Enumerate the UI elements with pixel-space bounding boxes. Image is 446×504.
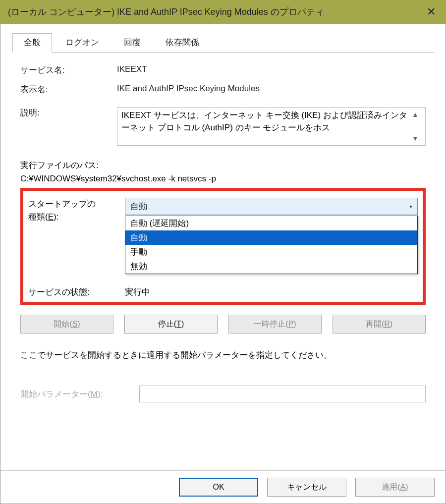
display-name-value: IKE and AuthIP IPsec Keying Modules (117, 84, 426, 95)
chevron-down-icon: ▾ (409, 203, 412, 210)
description-text: IKEEXT サービスは、インターネット キー交換 (IKE) および認証済みイ… (121, 110, 409, 143)
display-name-label: 表示名: (20, 84, 117, 95)
startup-type-combobox[interactable]: 自動 ▾ 自動 (遅延開始) 自動 手動 無効 (125, 198, 418, 223)
titlebar: (ローカル コンピューター) IKE and AuthIP IPsec Keyi… (0, 0, 446, 24)
startup-type-selected: 自動 (130, 201, 147, 212)
ok-button[interactable]: OK (179, 478, 258, 497)
tab-general[interactable]: 全般 (12, 33, 52, 53)
service-status-label: サービスの状態: (28, 286, 125, 298)
exe-path-label: 実行ファイルのパス: (20, 160, 426, 171)
highlight-box: スタートアップの 種類(E): 自動 ▾ 自動 (遅延開始) 自動 手動 無効 (20, 188, 426, 305)
tab-general-body: サービス名: IKEEXT 表示名: IKE and AuthIP IPsec … (11, 53, 435, 411)
description-label: 説明: (20, 107, 117, 146)
dialog-footer: OK キャンセル 適用(A) (0, 470, 446, 504)
service-name-label: サービス名: (20, 64, 117, 76)
service-name-value: IKEEXT (117, 64, 426, 76)
description-box: IKEEXT サービスは、インターネット キー交換 (IKE) および認証済みイ… (117, 107, 426, 146)
window-title: (ローカル コンピューター) IKE and AuthIP IPsec Keyi… (8, 6, 416, 18)
scroll-up-icon[interactable]: ▲ (412, 110, 419, 119)
startup-option-manual[interactable]: 手動 (125, 245, 417, 259)
start-parameters-input[interactable] (139, 386, 426, 402)
dialog-client: 全般 ログオン 回復 依存関係 サービス名: IKEEXT 表示名: IKE a… (0, 24, 446, 504)
exe-path-value: C:¥WINDOWS¥system32¥svchost.exe -k netsv… (20, 174, 426, 184)
start-button[interactable]: 開始(S) (20, 315, 113, 334)
scroll-down-icon[interactable]: ▼ (412, 133, 419, 143)
tab-dependencies[interactable]: 依存関係 (154, 33, 211, 53)
start-parameters-hint: ここでサービスを開始するときに適用する開始パラメーターを指定してください。 (20, 349, 426, 361)
stop-button[interactable]: 停止(T) (124, 315, 218, 334)
tab-strip: 全般 ログオン 回復 依存関係 (12, 33, 435, 53)
startup-type-label: スタートアップの 種類(E): (28, 198, 125, 223)
pause-button[interactable]: 一時停止(P) (228, 315, 322, 334)
tab-logon[interactable]: ログオン (54, 33, 111, 53)
service-status-value: 実行中 (125, 286, 150, 298)
startup-option-disabled[interactable]: 無効 (125, 259, 417, 274)
cancel-button[interactable]: キャンセル (267, 478, 346, 497)
startup-type-dropdown: 自動 (遅延開始) 自動 手動 無効 (125, 216, 418, 274)
tab-recovery[interactable]: 回復 (112, 33, 152, 53)
close-icon[interactable]: ✕ (416, 0, 446, 24)
startup-option-auto[interactable]: 自動 (125, 230, 417, 245)
resume-button[interactable]: 再開(R) (333, 315, 426, 334)
start-parameters-label: 開始パラメーター(M): (20, 389, 139, 400)
startup-option-delayed[interactable]: 自動 (遅延開始) (125, 216, 417, 230)
apply-button[interactable]: 適用(A) (355, 478, 435, 497)
